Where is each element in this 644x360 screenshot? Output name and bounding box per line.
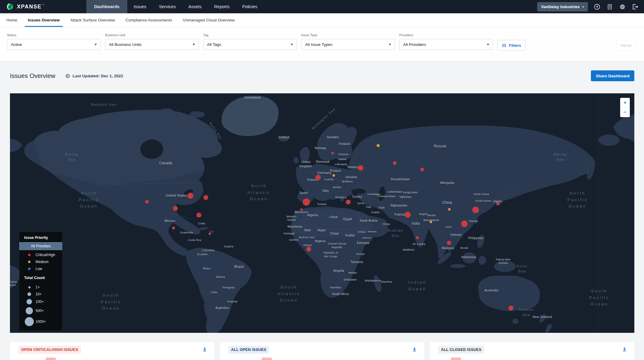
issue-marker[interactable] [145, 200, 149, 204]
xpanse-logo-icon [6, 3, 14, 11]
reset-button[interactable]: Reset [616, 40, 636, 51]
legend-priority-low[interactable]: Low [19, 267, 62, 271]
topbar-nav-services[interactable]: Services [153, 0, 182, 13]
issue-marker[interactable] [393, 161, 397, 165]
brand-name: XPANSE™ [17, 4, 44, 10]
app-root: XPANSE™ DashboardsIssuesServicesAssetsRe… [0, 0, 644, 360]
dashboard-tabs: HomeIssues OverviewAttack Surface Overvi… [0, 13, 644, 27]
legend-label: Low [36, 267, 42, 271]
svg-text:?: ? [596, 5, 598, 8]
filter-label: Business Unit [105, 33, 199, 37]
zoom-in-button[interactable]: + [620, 98, 630, 108]
chevron-down-icon [94, 44, 97, 45]
legend-count-100-: 100+ [19, 299, 62, 304]
filters-button[interactable]: Filters [497, 40, 526, 51]
priority-dot-icon [28, 268, 30, 270]
issue-marker[interactable] [196, 213, 201, 217]
tab-compliance-assessments[interactable]: Compliance Assessments [125, 13, 173, 27]
issue-marker[interactable] [358, 165, 363, 171]
topbar-nav-reports[interactable]: Reports [208, 0, 236, 13]
release-notes-icon[interactable] [606, 3, 613, 10]
status-select[interactable]: Active [7, 39, 101, 50]
tab-unmanaged-cloud-overview[interactable]: Unmanaged Cloud Overview [182, 13, 235, 27]
providers-value: All Providers [403, 42, 426, 47]
legend-label: 500+ [36, 309, 44, 313]
issue-marker[interactable] [300, 208, 303, 211]
topbar-nav-policies[interactable]: Policies [236, 0, 264, 13]
filter-business-unit: Business Unit All Business Units [105, 33, 199, 50]
chevron-down-icon [193, 44, 195, 45]
help-icon[interactable]: ? [593, 3, 601, 10]
map-zoom-control: + − [620, 98, 630, 117]
chevron-down-icon [487, 44, 489, 45]
issue-marker[interactable] [172, 227, 175, 230]
issue-marker[interactable] [420, 168, 424, 171]
issue-marker[interactable] [203, 195, 208, 200]
filter-providers: Providers All Providers [399, 33, 493, 50]
filter-label: Issue Type [301, 33, 395, 37]
filter-tag: Tag All Tags [203, 33, 297, 50]
legend-count-title: Total Count [19, 271, 62, 282]
issue-marker[interactable] [315, 175, 321, 180]
download-icon[interactable] [412, 347, 417, 353]
issue-marker[interactable] [472, 207, 479, 213]
business-unit-select[interactable]: All Business Units [105, 39, 199, 50]
issue-marker[interactable] [209, 233, 211, 235]
issue-marker[interactable] [346, 200, 351, 204]
legend-count-1000-: 1000+ [19, 317, 62, 326]
tab-home[interactable]: Home [6, 13, 18, 27]
issue-marker[interactable] [303, 198, 310, 206]
clipped-content-peek [451, 358, 461, 360]
issue-marker[interactable] [377, 144, 380, 147]
legend-priority-medium[interactable]: Medium [19, 260, 62, 264]
legend-label: Critical/High [36, 253, 55, 257]
issue-marker[interactable] [447, 241, 451, 245]
legend-priority-critical-high[interactable]: Critical/High [19, 253, 62, 257]
issue-marker[interactable] [331, 152, 334, 154]
issue-marker[interactable] [405, 212, 411, 218]
issue-marker[interactable] [416, 236, 419, 239]
topbar-nav-dashboards[interactable]: Dashboards [86, 0, 127, 13]
sliders-icon [502, 43, 506, 48]
clipped-content-peek [46, 358, 56, 360]
settings-icon[interactable] [619, 3, 626, 10]
filter-label: Status [7, 33, 101, 37]
issue-marker[interactable] [448, 208, 451, 211]
title-row: Issues Overview i Last Updated: Dec 1, 2… [10, 70, 634, 81]
account-menu-button[interactable]: VanDelay Industries ▾ [537, 2, 588, 11]
issue-marker[interactable] [461, 220, 468, 227]
count-dot-icon [28, 286, 30, 288]
providers-select[interactable]: All Providers [399, 39, 493, 50]
tag-value: All Tags [207, 42, 221, 47]
legend-counts: 1+10+100+500+1000+ [19, 285, 62, 326]
issue-marker[interactable] [306, 247, 311, 252]
share-dashboard-button[interactable]: Share Dashboard [591, 70, 634, 81]
download-icon[interactable] [622, 347, 627, 353]
card-title-badge: ALL CLOSED ISSUES [438, 346, 484, 354]
logout-icon[interactable] [631, 3, 639, 10]
issue-marker[interactable] [496, 202, 499, 205]
issue-marker[interactable] [430, 221, 432, 223]
filter-issue-type: Issue Type All Issue Types [301, 33, 395, 50]
world-map[interactable]: GreenlandIcelandNorwaySwedenFinlandEston… [10, 93, 634, 333]
priority-dot-icon [28, 254, 30, 256]
card-title-badge: ALL OPEN ISSUES [228, 346, 269, 354]
download-icon[interactable] [202, 347, 207, 353]
zoom-out-button[interactable]: − [620, 108, 630, 117]
legend-all-priorities-option[interactable]: All Priorities [19, 242, 62, 250]
priority-dot-icon [28, 261, 30, 263]
issue-marker[interactable] [333, 174, 335, 177]
count-dot-icon [27, 292, 31, 296]
legend-label: 1000+ [36, 320, 46, 324]
tag-select[interactable]: All Tags [203, 39, 297, 50]
issue-marker[interactable] [509, 306, 513, 310]
clipped-content-peek [262, 358, 272, 360]
issue-type-select[interactable]: All Issue Types [301, 39, 395, 50]
topbar-nav-assets[interactable]: Assets [182, 0, 208, 13]
info-icon[interactable]: i [65, 74, 70, 78]
tab-issues-overview[interactable]: Issues Overview [27, 13, 60, 27]
issue-marker[interactable] [173, 206, 178, 211]
tab-attack-surface-overview[interactable]: Attack Surface Overview [70, 13, 116, 27]
topbar-nav-issues[interactable]: Issues [127, 0, 153, 13]
issue-marker[interactable] [187, 193, 193, 199]
